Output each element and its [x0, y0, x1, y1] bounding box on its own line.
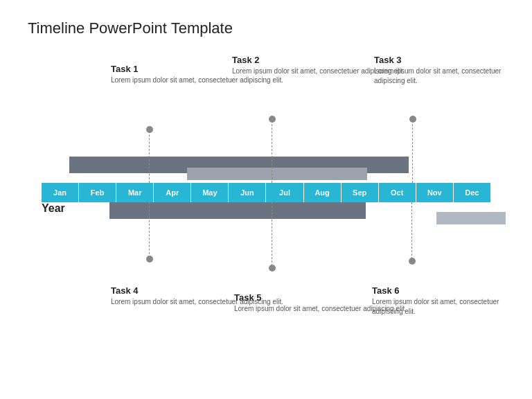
- month-cell-aug: Aug: [304, 183, 342, 202]
- slide: Timeline PowerPoint Template Task 1 Lore…: [0, 0, 532, 399]
- task3-line: [412, 117, 413, 183]
- month-cell-sep: Sep: [342, 183, 379, 202]
- month-cell-may: May: [191, 183, 229, 202]
- task6-line: [411, 202, 412, 259]
- month-cell-jan: Jan: [42, 183, 79, 202]
- task2-line: [272, 117, 272, 183]
- year-label: Year: [42, 202, 65, 215]
- task3-dot: [409, 116, 416, 123]
- gantt-bar-below-2: [436, 212, 506, 224]
- month-cell-jun: Jun: [229, 183, 266, 202]
- task4-dot: [146, 256, 153, 263]
- task5-dot: [269, 265, 276, 272]
- slide-title: Timeline PowerPoint Template: [28, 19, 504, 37]
- task1-desc: Lorem ipsum dolor sit amet, consectetuer…: [111, 76, 283, 85]
- task6-dot: [409, 258, 416, 265]
- gantt-bar-below-1: [109, 202, 366, 219]
- month-cell-feb: Feb: [79, 183, 116, 202]
- task1-line: [149, 127, 150, 183]
- month-cell-apr: Apr: [154, 183, 191, 202]
- timeline-area: Task 1 Lorem ipsum dolor sit amet, conse…: [28, 44, 504, 335]
- month-bar: JanFebMarAprMayJunJulAugSepOctNovDec: [42, 183, 490, 202]
- task2-dot: [269, 116, 276, 123]
- month-cell-mar: Mar: [116, 183, 154, 202]
- month-cell-oct: Oct: [379, 183, 416, 202]
- task6-desc: Lorem ipsum dolor sit amet, consectetuer…: [372, 297, 504, 317]
- task4-line: [149, 202, 150, 258]
- task6-title: Task 6: [372, 285, 504, 296]
- month-cell-nov: Nov: [416, 183, 454, 202]
- task6-annotation: Task 6 Lorem ipsum dolor sit amet, conse…: [372, 285, 504, 317]
- month-cell-dec: Dec: [454, 183, 490, 202]
- task3-title: Task 3: [374, 55, 504, 65]
- gantt-bar-above-2: [187, 168, 367, 180]
- task1-dot: [146, 126, 153, 133]
- task3-desc: Lorem ipsum dolor sit amet, consectetuer…: [374, 66, 504, 86]
- task3-annotation: Task 3 Lorem ipsum dolor sit amet, conse…: [374, 55, 504, 86]
- task5-line: [272, 202, 272, 266]
- month-cell-jul: Jul: [266, 183, 303, 202]
